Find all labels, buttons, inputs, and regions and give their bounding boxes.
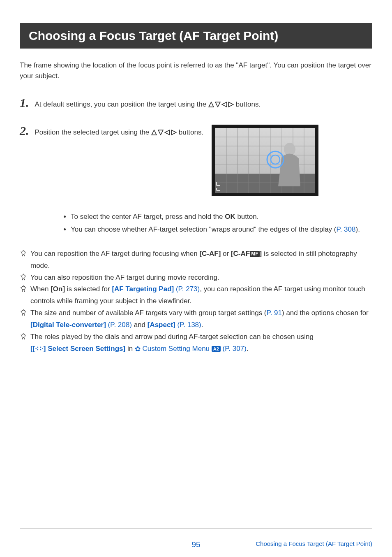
- step-2-after: buttons.: [177, 128, 203, 136]
- dpad-arrows-icon: [208, 102, 234, 107]
- link-aspect[interactable]: [Aspect]: [148, 321, 175, 329]
- step-1-body: At default settings, you can position th…: [35, 97, 373, 110]
- step-2-subbullets: To select the center AF target, press an…: [54, 211, 372, 236]
- hint-4: The size and number of available AF targ…: [20, 307, 372, 331]
- hint-1: You can reposition the AF target during …: [20, 248, 372, 272]
- link-custom-menu[interactable]: Custom Setting Menu: [141, 345, 212, 353]
- target-grid-icon: [∙∷∙]: [33, 345, 46, 353]
- page-title: Choosing a Focus Target (AF Target Point…: [20, 23, 372, 49]
- svg-line-26: [25, 276, 26, 276]
- link-select-screen-settings[interactable]: [[∙∷∙] Select Screen Settings]: [30, 345, 127, 353]
- subbullet-2: You can choose whether AF-target selecti…: [71, 224, 372, 236]
- page-footer: 95 Choosing a Focus Target (AF Target Po…: [20, 528, 372, 547]
- step-1: 1 At default settings, you can position …: [20, 97, 372, 110]
- intro-paragraph: The frame showing the location of the fo…: [20, 60, 372, 82]
- link-p91[interactable]: P. 91: [267, 309, 282, 317]
- link-p138[interactable]: (P. 138): [175, 321, 201, 329]
- hint-icon: [20, 285, 27, 297]
- svg-point-28: [22, 286, 25, 290]
- hint-icon: [20, 273, 27, 285]
- step-2-number: 2: [20, 125, 29, 137]
- step-1-before: At default settings, you can position th…: [35, 100, 208, 108]
- hint-icon: [20, 309, 27, 320]
- step-2-body: Position the selected target using the b…: [35, 125, 204, 138]
- svg-line-38: [25, 335, 26, 335]
- link-p307[interactable]: (P. 307): [221, 345, 247, 353]
- step-2-before: Position the selected target using the: [35, 128, 152, 136]
- step-1-after: buttons.: [234, 100, 261, 108]
- svg-point-24: [22, 274, 25, 278]
- link-p308[interactable]: P. 308: [337, 225, 356, 233]
- svg-line-25: [21, 276, 21, 276]
- a2-badge-icon: A2: [212, 346, 221, 352]
- footer-page-number: 95: [191, 540, 200, 549]
- hint-2: You can also reposition the AF target du…: [20, 272, 372, 284]
- svg-point-20: [22, 251, 25, 254]
- svg-line-21: [21, 252, 21, 252]
- svg-line-22: [25, 252, 26, 252]
- hint-icon: [20, 332, 27, 344]
- svg-point-32: [22, 310, 25, 313]
- subbullet-1: To select the center AF target, press an…: [71, 211, 372, 223]
- dpad-arrows-icon: [151, 130, 177, 135]
- step-1-number: 1: [20, 97, 29, 109]
- link-p208[interactable]: (P. 208): [106, 321, 132, 329]
- hint-icon: [20, 249, 27, 261]
- svg-line-33: [21, 311, 21, 311]
- footer-breadcrumb[interactable]: Choosing a Focus Target (AF Target Point…: [256, 540, 372, 547]
- svg-line-37: [21, 335, 21, 335]
- link-af-targeting-pad[interactable]: [AF Targeting Pad]: [112, 285, 174, 293]
- link-digital-teleconverter[interactable]: [Digital Tele-converter]: [30, 321, 106, 329]
- gear-icon: ✿: [135, 345, 141, 353]
- svg-point-36: [22, 334, 25, 337]
- af-target-illustration: [212, 125, 318, 196]
- mf-badge-icon: MF: [250, 251, 259, 257]
- hint-5: The roles played by the dials and arrow …: [20, 331, 372, 355]
- step-2: 2 Position the selected target using the…: [20, 125, 372, 196]
- svg-line-34: [25, 311, 26, 311]
- svg-line-30: [25, 287, 26, 288]
- hint-3: When [On] is selected for [AF Targeting …: [20, 283, 372, 307]
- link-p273[interactable]: (P. 273): [174, 285, 200, 293]
- svg-line-29: [21, 287, 21, 288]
